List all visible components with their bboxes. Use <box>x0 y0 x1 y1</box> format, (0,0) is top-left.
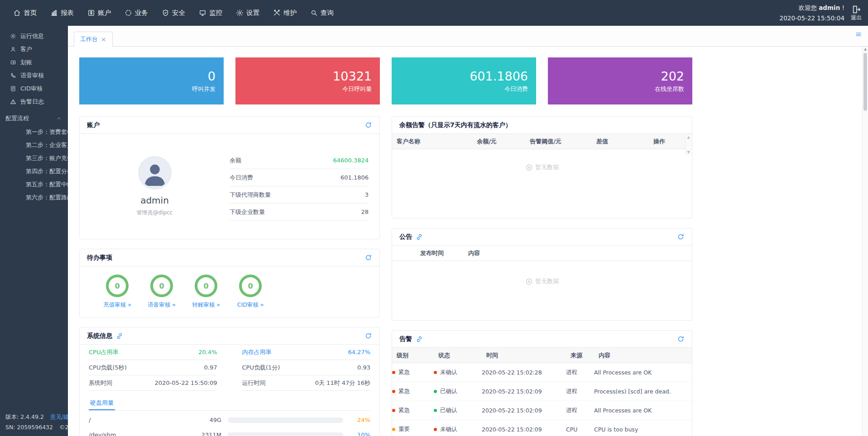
refresh-icon[interactable] <box>677 233 685 241</box>
sidebar-item-transfer[interactable]: 划账 <box>0 56 68 69</box>
alarm-time: 2020-05-22 15:02:28 <box>482 369 566 376</box>
nav-item-reports[interactable]: 报表 <box>43 0 81 26</box>
scroll-up-icon[interactable]: ▲ <box>687 135 690 139</box>
todo-count-badge: 0 <box>239 275 262 297</box>
nav-item-query[interactable]: 查询 <box>303 0 340 26</box>
stat-card-today-spend[interactable]: 601.1806 今日消费 <box>392 57 536 104</box>
metric-system-time: 系统时间 2020-05-22 15:50:09 <box>89 375 217 391</box>
nav-item-label: 查询 <box>321 9 334 17</box>
todo-item-cid-review[interactable]: 0 CID审核 » <box>228 275 273 309</box>
tab-list-menu-icon[interactable]: ≡ <box>855 29 862 38</box>
logout-button[interactable]: 退出 <box>851 5 862 21</box>
todo-count-badge: 0 <box>195 275 217 297</box>
todo-panel: 待办事项 0 充值审核 » 0 语音审核 » <box>79 249 380 318</box>
scroll-down-icon[interactable]: ▼ <box>687 150 690 154</box>
metric-memory-usage: 内存占用率 64.27% <box>242 345 371 360</box>
refresh-icon[interactable] <box>364 121 372 129</box>
sidebar-step-3[interactable]: 第三步：账户充值 <box>0 152 68 165</box>
logout-label: 退出 <box>851 14 862 21</box>
account-role: 管理员@dipcc <box>137 209 173 217</box>
level-dot <box>392 428 395 431</box>
sn-text: SN: 2059596432 <box>5 422 53 433</box>
account-row-enterprises: 下级企业数量 28 <box>230 204 369 221</box>
stat-card-today-calls[interactable]: 10321 今日呼叫量 <box>235 57 380 104</box>
alarm-panel: 告警 级别 状态 时间 来源 内容 <box>392 330 692 436</box>
stat-card-concurrent-calls[interactable]: 0 呼叫并发 <box>79 57 224 104</box>
scroll-up-icon[interactable]: ▲ <box>863 47 868 51</box>
nav-item-label: 账户 <box>98 9 111 17</box>
stat-value: 601.1806 <box>470 69 528 84</box>
sidebar-item-voice-review[interactable]: 语音审核 <box>0 69 68 82</box>
system-info-title: 系统信息 <box>87 332 112 340</box>
nav-item-home[interactable]: 首页 <box>6 0 43 26</box>
nav-item-business[interactable]: 业务 <box>118 0 155 26</box>
nav-right-area: 欢迎您 admin ! 2020-05-22 15:50:04 退出 <box>780 3 862 24</box>
vertical-scrollbar[interactable]: ▲ <box>862 47 868 436</box>
sidebar: 运行信息 客户 划账 语音审核 CID审核 告警日志 <box>0 26 68 436</box>
todo-item-transfer-review[interactable]: 0 转账审核 » <box>184 275 228 309</box>
tab-workbench[interactable]: 工作台 × <box>74 32 113 47</box>
nav-item-settings[interactable]: 设置 <box>229 0 266 26</box>
disk-usage-bar <box>228 432 343 436</box>
nav-item-accounts[interactable]: 账户 <box>81 0 118 26</box>
alarm-time: 2020-05-22 15:02:09 <box>482 388 566 395</box>
wrench-icon <box>273 9 281 17</box>
column-header: 来源 <box>566 351 594 360</box>
column-header: 发布时间 <box>416 249 464 257</box>
warning-icon <box>10 99 16 105</box>
person-icon <box>10 46 16 52</box>
nav-item-maintenance[interactable]: 维护 <box>266 0 303 26</box>
main-area: 工作台 × ≡ 0 呼叫并发 10321 今日呼叫量 <box>68 26 868 436</box>
refresh-icon[interactable] <box>677 335 685 343</box>
sidebar-steps: 第一步：资费套餐 第二步：企业客户 第三步：账户充值 第四步：配置分机 第五步：… <box>0 125 68 204</box>
refresh-icon[interactable] <box>364 254 372 261</box>
sidebar-item-runtime-info[interactable]: 运行信息 <box>0 29 68 43</box>
sidebar-step-1[interactable]: 第一步：资费套餐 <box>0 125 68 138</box>
sidebar-step-4[interactable]: 第四步：配置分机 <box>0 165 68 178</box>
status-dot <box>434 371 437 374</box>
chevron-up-icon <box>56 116 62 121</box>
todo-item-recharge-review[interactable]: 0 充值审核 » <box>95 275 139 309</box>
report-icon <box>50 9 58 17</box>
tab-disk-usage[interactable]: 硬盘用量 <box>89 397 115 410</box>
nav-item-label: 监控 <box>209 9 222 17</box>
alarm-panel-title: 告警 <box>399 335 412 343</box>
todo-item-voice-review[interactable]: 0 语音审核 » <box>139 275 184 309</box>
todo-panel-title: 待办事项 <box>87 254 112 262</box>
disk-row-root: / 49G 24% <box>89 412 370 427</box>
balance-alert-panel: 余额告警（只显示7天内有流水的客户） 客户名称 余额/元 告警阈值/元 差值 操… <box>392 116 692 218</box>
scrollbar-thumb[interactable] <box>863 53 867 111</box>
level-dot <box>392 409 395 412</box>
nav-item-label: 首页 <box>24 9 37 17</box>
link-icon[interactable] <box>416 336 423 343</box>
alarm-table-row: 紧急 未确认 2020-05-22 15:02:28 进程 All Proces… <box>392 363 692 382</box>
sidebar-step-6[interactable]: 第六步：配置路由 <box>0 191 68 204</box>
table-scrollbar[interactable]: ▲ ▼ <box>685 134 691 155</box>
status-dot <box>434 390 437 393</box>
sidebar-item-alarm-log[interactable]: 告警日志 <box>0 95 68 108</box>
tab-close-icon[interactable]: × <box>101 36 106 43</box>
version-text: 版本: 2.4.49.2 <box>5 412 44 422</box>
todo-count-badge: 0 <box>150 275 173 297</box>
stat-card-online-agents[interactable]: 202 在线坐席数 <box>548 57 692 104</box>
link-icon[interactable] <box>116 332 123 340</box>
account-panel: 账户 admin 管理员@dipcc <box>79 116 380 239</box>
metric-cpu-usage: CPU占用率 20.4% <box>89 345 217 360</box>
notice-panel: 公告 发布时间 内容 暂无数据 <box>392 228 692 321</box>
alarm-time: 2020-05-22 15:02:09 <box>482 407 566 414</box>
nav-item-monitoring[interactable]: 监控 <box>192 0 229 26</box>
alarm-source: CPU <box>566 426 594 433</box>
sidebar-item-customers[interactable]: 客户 <box>0 43 68 56</box>
sidebar-item-cid-review[interactable]: CID审核 <box>0 82 68 95</box>
sidebar-step-5[interactable]: 第五步：配置中继 <box>0 178 68 191</box>
home-icon <box>13 9 21 17</box>
sidebar-step-2[interactable]: 第二步：企业客户 <box>0 138 68 152</box>
nav-item-security[interactable]: 安全 <box>155 0 192 26</box>
link-icon[interactable] <box>416 233 423 241</box>
sidebar-section-config-flow[interactable]: 配置流程 <box>0 108 68 125</box>
balance-alert-title: 余额告警（只显示7天内有流水的客户） <box>399 121 512 129</box>
stat-value: 10321 <box>333 69 372 84</box>
column-header: 余额/元 <box>460 137 513 146</box>
refresh-icon[interactable] <box>364 332 372 340</box>
tab-bar: 工作台 × ≡ <box>68 26 868 47</box>
